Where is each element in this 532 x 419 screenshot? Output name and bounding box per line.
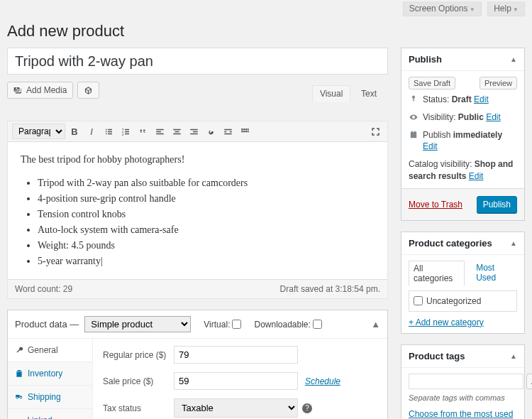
media-icon [13,86,23,95]
move-to-trash-link[interactable]: Move to Trash [409,200,462,210]
svg-rect-7 [248,131,249,132]
svg-rect-6 [245,131,247,132]
sale-price-input[interactable] [174,372,298,390]
insert-more-button[interactable] [220,124,235,139]
save-draft-button[interactable]: Save Draft [409,77,455,89]
svg-rect-1 [243,129,245,130]
product-data-label: Product data — [15,319,79,330]
add-tag-button[interactable]: Add [526,374,532,389]
regular-price-label: Regular price ($) [103,350,174,360]
svg-rect-5 [243,131,245,132]
help-icon[interactable]: ? [302,403,312,413]
feature-list: Tripod with 2-way pan also suitbable for… [38,175,375,268]
tags-hint: Separate tags with commas [409,393,517,402]
fullscreen-button[interactable] [367,124,383,139]
choose-tags-link[interactable]: Choose from the most used tags [409,409,513,419]
tab-general[interactable]: General [8,339,92,362]
wrench-icon [15,346,23,354]
product-title-input[interactable] [7,48,388,75]
list-item: Auto-lock system with camera-safe [38,222,375,237]
draft-saved: Draft saved at 3:18:54 pm. [280,284,380,294]
list-item: 4-position sure-grip control handle [38,191,375,206]
publish-button[interactable]: Publish [477,196,517,213]
word-count: Word count: 29 [15,284,72,294]
virtual-checkbox[interactable] [232,320,241,329]
intro-text: The best tripod for hobby photographers! [21,152,375,167]
format-select[interactable]: Paragraph [12,124,65,139]
editor-toolbar: Paragraph B I [8,121,387,142]
downloadable-label: Downloadable: [254,320,321,330]
truck-icon [15,393,23,401]
align-center-button[interactable] [169,124,184,139]
tab-most-used[interactable]: Most Used [472,261,517,286]
bullet-list-button[interactable] [101,124,116,139]
tab-shipping[interactable]: Shipping [8,386,92,409]
eye-icon [409,112,419,122]
help-button[interactable]: Help [487,1,525,16]
screen-options-button[interactable]: Screen Options [403,1,482,16]
category-item[interactable]: Uncategorized [414,295,512,307]
tag-input[interactable] [409,374,523,389]
tab-linked-products[interactable]: Linked Products [8,409,92,419]
svg-rect-2 [245,129,247,130]
categories-toggle[interactable]: ▲ [510,239,517,247]
svg-rect-3 [248,129,249,130]
tab-text[interactable]: Text [353,85,384,102]
virtual-label: Virtual: [204,320,241,330]
publish-toggle[interactable]: ▲ [510,55,517,63]
pin-icon [409,94,419,104]
list-item: Tripod with 2-way pan also suitbable for… [38,175,375,190]
product-data-toggle[interactable]: ▲ [371,319,380,330]
edit-status-link[interactable]: Edit [474,94,489,104]
list-item: Weight: 4.5 pounds [38,238,375,253]
tags-toggle[interactable]: ▲ [510,352,517,360]
link-button[interactable] [203,124,218,139]
product-type-select[interactable]: Simple product [84,316,191,332]
list-item: 5-year warranty [38,254,375,268]
tax-status-label: Tax status [103,403,174,413]
number-list-button[interactable] [118,124,133,139]
add-category-link[interactable]: + Add new category [409,317,484,327]
toolbar-toggle-button[interactable] [237,124,253,139]
calendar-icon [409,130,419,140]
align-left-button[interactable] [152,124,167,139]
cube-icon [84,86,93,95]
editor-content[interactable]: The best tripod for hobby photographers!… [8,142,387,279]
categories-title: Product categories [409,238,492,249]
tab-visual[interactable]: Visual [312,85,350,102]
svg-rect-4 [241,131,243,132]
svg-rect-0 [241,129,243,130]
schedule-link[interactable]: Schedule [305,376,340,386]
preview-button[interactable]: Preview [480,77,517,89]
edit-publish-link[interactable]: Edit [423,141,438,151]
regular-price-input[interactable] [174,346,298,364]
tab-inventory[interactable]: Inventory [8,362,92,386]
clipboard-icon [15,369,23,378]
list-item: Tension control knobs [38,207,375,222]
category-checkbox[interactable] [414,296,423,305]
italic-button[interactable]: I [84,124,99,139]
add-media-button[interactable]: Add Media [7,82,73,99]
media-library-button[interactable] [77,82,99,99]
downloadable-checkbox[interactable] [313,320,322,329]
page-title: Add new product [7,22,525,40]
edit-visibility-link[interactable]: Edit [486,112,501,122]
align-right-button[interactable] [186,124,201,139]
quote-button[interactable] [135,124,150,139]
tags-title: Product tags [409,351,465,361]
tax-status-select[interactable]: Taxable [174,398,298,418]
publish-title: Publish [409,54,442,65]
sale-price-label: Sale price ($) [103,376,174,386]
edit-catalog-link[interactable]: Edit [469,171,484,181]
tab-all-categories[interactable]: All categories [409,261,465,286]
bold-button[interactable]: B [67,124,82,139]
